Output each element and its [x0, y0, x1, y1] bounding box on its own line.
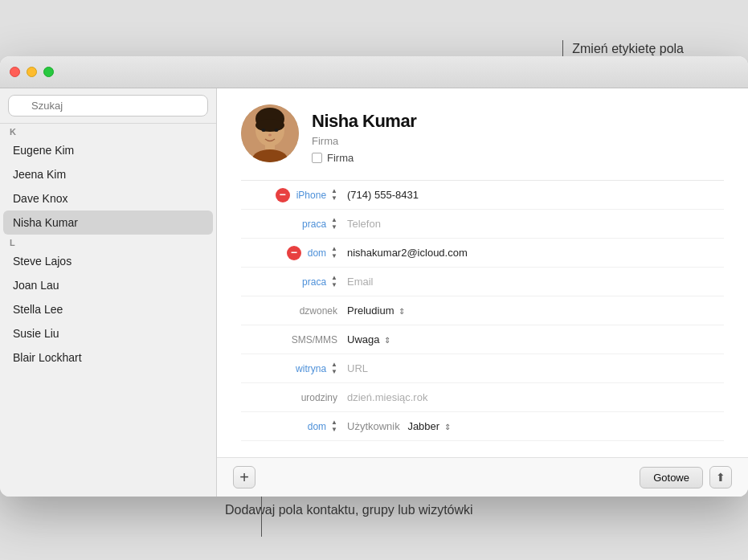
- annotation-top: Zmień etykietę pola: [0, 16, 748, 56]
- jabber-stepper[interactable]: ▲▼: [331, 419, 337, 434]
- field-row-phone1: − iPhone ▲▼ (714) 555-8431: [241, 181, 724, 210]
- company-checkbox[interactable]: [312, 153, 322, 163]
- email2-stepper[interactable]: ▲▼: [331, 275, 337, 289]
- phone1-label[interactable]: iPhone: [296, 190, 326, 201]
- contact-header: Nisha Kumar Firma Firma: [241, 104, 724, 164]
- avatar-image: [241, 104, 299, 162]
- search-input[interactable]: [8, 95, 208, 116]
- email1-label[interactable]: dom: [308, 247, 326, 259]
- window-wrapper: 🔍 K Eugene Kim Jeena Kim Dave Knox Nisha…: [0, 56, 748, 497]
- annotation-bottom: Dodawaj pola kontaktu, grupy lub wizytów…: [0, 497, 748, 553]
- search-bar: 🔍: [0, 88, 216, 124]
- contact-item-dave-knox[interactable]: Dave Knox: [3, 186, 213, 211]
- birthday-value[interactable]: dzień.miesiąc.rok: [337, 391, 724, 403]
- jabber-service: Jabber: [407, 420, 439, 432]
- email2-value[interactable]: Email: [337, 276, 724, 288]
- right-buttons: Gotowe ⬆: [640, 466, 732, 488]
- ringtone-label: dzwonek: [300, 305, 337, 317]
- contact-item-jeena-kim[interactable]: Jeena Kim: [3, 162, 213, 186]
- field-left-phone1: − iPhone ▲▼: [241, 188, 337, 202]
- jabber-inline-label: Użytkownik: [347, 420, 400, 432]
- email1-stepper[interactable]: ▲▼: [331, 246, 337, 260]
- annotation-top-text: Zmień etykietę pola: [572, 42, 684, 56]
- detail-panel: Nisha Kumar Firma Firma − iPh: [217, 88, 748, 497]
- company-label[interactable]: Firma: [312, 135, 416, 147]
- svg-point-8: [268, 134, 272, 137]
- contact-name: Nisha Kumar: [312, 111, 416, 132]
- done-button[interactable]: Gotowe: [640, 467, 703, 488]
- ringtone-value[interactable]: Preludium ⇕: [337, 305, 724, 317]
- contact-item-stella-lee[interactable]: Stella Lee: [3, 297, 213, 321]
- search-wrapper: 🔍: [8, 95, 208, 116]
- section-header-l: L: [0, 235, 216, 249]
- jabber-service-stepper[interactable]: ⇕: [444, 423, 451, 431]
- field-left-email1: − dom ▲▼: [241, 246, 337, 260]
- remove-phone1-button[interactable]: −: [276, 188, 290, 202]
- website-stepper[interactable]: ▲▼: [331, 362, 337, 376]
- share-icon: ⬆: [716, 471, 726, 484]
- contact-name-area: Nisha Kumar Firma Firma: [312, 104, 416, 164]
- window: 🔍 K Eugene Kim Jeena Kim Dave Knox Nisha…: [0, 56, 748, 497]
- field-row-phone2: praca ▲▼ Telefon: [241, 210, 724, 239]
- field-row-email1: − dom ▲▼ nishakumar2@icloud.com: [241, 239, 724, 268]
- phone1-stepper[interactable]: ▲▼: [331, 188, 337, 202]
- traffic-lights: [10, 67, 54, 77]
- annotation-bottom-text: Dodawaj pola kontaktu, grupy lub wizytów…: [225, 503, 473, 517]
- titlebar: [0, 56, 748, 88]
- sms-label: SMS/MMS: [292, 334, 337, 345]
- sidebar: 🔍 K Eugene Kim Jeena Kim Dave Knox Nisha…: [0, 88, 217, 497]
- bottom-bar: + Gotowe ⬆: [217, 457, 748, 497]
- email1-value[interactable]: nishakumar2@icloud.com: [337, 247, 724, 259]
- svg-rect-4: [265, 141, 275, 149]
- maximize-button[interactable]: [43, 67, 54, 77]
- contact-item-susie-liu[interactable]: Susie Liu: [3, 321, 213, 345]
- company-checkbox-row: Firma: [312, 152, 416, 164]
- share-button[interactable]: ⬆: [709, 466, 732, 488]
- field-left-ringtone: dzwonek: [241, 305, 337, 317]
- add-field-button[interactable]: +: [233, 466, 255, 488]
- field-row-website: witryna ▲▼ URL: [241, 354, 724, 383]
- field-row-sms: SMS/MMS Uwaga ⇕: [241, 325, 724, 354]
- svg-point-3: [255, 119, 284, 132]
- svg-point-6: [262, 129, 266, 132]
- contact-item-eugene-kim[interactable]: Eugene Kim: [3, 138, 213, 162]
- jabber-value[interactable]: Użytkownik Jabber ⇕: [337, 420, 724, 432]
- contact-item-blair-lockhart[interactable]: Blair Lockhart: [3, 345, 213, 370]
- phone2-label[interactable]: praca: [302, 219, 326, 230]
- field-row-ringtone: dzwonek Preludium ⇕: [241, 296, 724, 325]
- email2-label[interactable]: praca: [302, 276, 326, 288]
- field-left-sms: SMS/MMS: [241, 334, 337, 345]
- field-section: − iPhone ▲▼ (714) 555-8431 praca ▲▼ Tele…: [241, 180, 724, 441]
- phone2-stepper[interactable]: ▲▼: [331, 217, 337, 231]
- website-label[interactable]: witryna: [296, 363, 326, 374]
- field-row-birthday: urodziny dzień.miesiąc.rok: [241, 383, 724, 412]
- field-row-jabber: dom ▲▼ Użytkownik Jabber ⇕: [241, 412, 724, 441]
- remove-email1-button[interactable]: −: [287, 246, 301, 260]
- avatar: [241, 104, 299, 162]
- contact-item-nisha-kumar[interactable]: Nisha Kumar: [3, 211, 213, 235]
- phone1-value[interactable]: (714) 555-8431: [337, 189, 724, 201]
- field-left-birthday: urodziny: [241, 392, 337, 403]
- field-left-jabber: dom ▲▼: [241, 419, 337, 434]
- field-left-website: witryna ▲▼: [241, 362, 337, 376]
- sms-value[interactable]: Uwaga ⇕: [337, 333, 724, 345]
- website-value[interactable]: URL: [337, 362, 724, 374]
- contact-item-steve-lajos[interactable]: Steve Lajos: [3, 249, 213, 273]
- content-area: 🔍 K Eugene Kim Jeena Kim Dave Knox Nisha…: [0, 88, 748, 497]
- jabber-label[interactable]: dom: [308, 421, 326, 432]
- company-checkbox-label: Firma: [327, 152, 354, 164]
- contact-item-joan-lau[interactable]: Joan Lau: [3, 273, 213, 297]
- minimize-button[interactable]: [27, 67, 37, 77]
- field-row-email2: praca ▲▼ Email: [241, 268, 724, 296]
- close-button[interactable]: [10, 67, 20, 77]
- detail-content: Nisha Kumar Firma Firma − iPh: [217, 88, 748, 457]
- field-left-email2: praca ▲▼: [241, 275, 337, 289]
- birthday-label: urodziny: [301, 392, 337, 403]
- phone2-value[interactable]: Telefon: [337, 218, 724, 230]
- svg-point-7: [275, 129, 279, 132]
- field-left-phone2: praca ▲▼: [241, 217, 337, 231]
- annotation-line-bottom: [261, 497, 262, 537]
- contacts-list: K Eugene Kim Jeena Kim Dave Knox Nisha K…: [0, 124, 216, 497]
- section-header-k: K: [0, 124, 216, 138]
